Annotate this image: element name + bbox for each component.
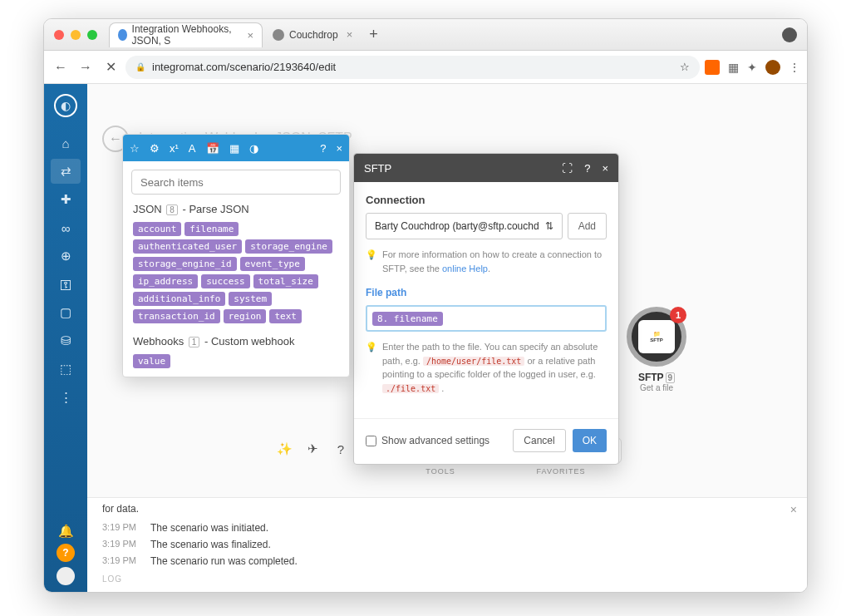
- app-sidebar: ◐ ⌂ ⇄ ✚ ∞ ⊕ ⚿ ▢ ⛁ ⬚ ⋮ 🔔 ?: [44, 84, 87, 592]
- help-icon[interactable]: ?: [584, 162, 590, 175]
- variable-pill[interactable]: authenticated_user: [133, 239, 242, 254]
- scenario-canvas[interactable]: ← Integration Webhooks, JSON, SFTP 📁SFTP…: [87, 84, 807, 592]
- tab-title: Couchdrop: [289, 29, 338, 41]
- close-icon[interactable]: ×: [336, 142, 342, 155]
- extension-icon[interactable]: ▦: [728, 61, 739, 74]
- stop-button[interactable]: ✕: [101, 57, 121, 77]
- cancel-button[interactable]: Cancel: [513, 429, 565, 452]
- help-icon[interactable]: ?: [320, 142, 326, 155]
- variable-pill[interactable]: transaction_id: [133, 309, 220, 323]
- search-input[interactable]: [131, 170, 341, 195]
- sidebar-share-icon[interactable]: ⇄: [51, 159, 81, 184]
- sidebar-link-icon[interactable]: ∞: [51, 215, 81, 240]
- connection-dropdown[interactable]: Barty Couchdrop (barty@sftp.couchd ⇅: [366, 213, 563, 239]
- notifications-icon[interactable]: 🔔: [58, 524, 74, 539]
- magic-icon[interactable]: ✨: [273, 437, 296, 461]
- user-avatar-icon[interactable]: [57, 567, 75, 585]
- new-tab-button[interactable]: +: [362, 26, 385, 43]
- lightbulb-icon: 💡: [366, 248, 377, 275]
- text-icon[interactable]: A: [189, 142, 196, 155]
- log-header-tail: for data.: [87, 498, 807, 520]
- popup-header: SFTP ⛶ ? ×: [354, 154, 618, 182]
- variable-pill[interactable]: ip_address: [133, 274, 198, 288]
- browser-toolbar: ← → ✕ 🔒 integromat.com/scenario/2193640/…: [44, 51, 807, 84]
- file-path-input[interactable]: 8. filename: [366, 305, 607, 332]
- expand-icon[interactable]: ⛶: [562, 162, 573, 175]
- address-bar[interactable]: 🔒 integromat.com/scenario/2193640/edit ☆: [125, 56, 700, 79]
- menu-button[interactable]: ⋮: [789, 61, 800, 74]
- log-close-button[interactable]: ×: [790, 503, 797, 516]
- help-icon[interactable]: ?: [57, 544, 75, 562]
- maximize-window-button[interactable]: [87, 30, 97, 40]
- help-icon[interactable]: ?: [329, 437, 352, 461]
- mac-titlebar: Integration Webhooks, JSON, S × Couchdro…: [44, 19, 807, 51]
- variable-pill[interactable]: filename: [184, 222, 239, 236]
- back-button[interactable]: ←: [51, 57, 71, 77]
- connection-hint: 💡 For more information on how to create …: [366, 248, 607, 275]
- math-icon[interactable]: x¹: [170, 142, 179, 155]
- advanced-checkbox[interactable]: [366, 436, 376, 446]
- variable-pill[interactable]: region: [224, 309, 267, 323]
- tab-close-icon[interactable]: ×: [247, 29, 253, 42]
- variable-pill[interactable]: additional_info: [133, 292, 225, 306]
- file-path-token[interactable]: 8. filename: [372, 312, 443, 326]
- log-row: 3:19 PMThe scenario was finalized.: [87, 536, 807, 553]
- calendar-icon[interactable]: 📅: [206, 142, 219, 155]
- log-row: 3:19 PMThe scenario run was completed.: [87, 553, 807, 569]
- advanced-settings-toggle[interactable]: Show advanced settings: [366, 435, 489, 446]
- sidebar-puzzle-icon[interactable]: ✚: [51, 187, 81, 212]
- traffic-lights[interactable]: [54, 30, 97, 40]
- tab-close-icon[interactable]: ×: [347, 28, 353, 41]
- log-row: 3:19 PMThe scenario was initiated.: [87, 520, 807, 536]
- sidebar-more-icon[interactable]: ⋮: [51, 385, 81, 410]
- variable-pill[interactable]: storage_engine_id: [133, 257, 237, 271]
- minimize-window-button[interactable]: [71, 30, 81, 40]
- forward-button[interactable]: →: [76, 57, 96, 77]
- variable-pill[interactable]: value: [133, 354, 170, 368]
- online-help-link[interactable]: online Help: [442, 264, 488, 274]
- star-icon[interactable]: ☆: [130, 142, 140, 155]
- extensions-button[interactable]: ✦: [747, 61, 757, 74]
- items-picker-panel: ☆ ⚙ x¹ A 📅 ▦ ◑ ? × JSON 8: [122, 134, 350, 377]
- browser-tab[interactable]: Couchdrop ×: [264, 22, 361, 47]
- sftp-node[interactable]: 📁SFTP 1 SFTP9 Get a file: [616, 307, 697, 392]
- log-footer: LOG: [87, 569, 807, 592]
- variable-pill[interactable]: event_type: [240, 257, 305, 271]
- extension-icon[interactable]: [705, 60, 720, 75]
- variable-pill[interactable]: storage_engine: [245, 239, 332, 254]
- close-icon[interactable]: ×: [602, 162, 608, 175]
- node-icon[interactable]: 📁SFTP 1: [627, 307, 686, 367]
- section-header: JSON 8 - Parse JSON: [133, 203, 339, 215]
- items-tabs: ☆ ⚙ x¹ A 📅 ▦ ◑ ? ×: [123, 135, 349, 161]
- profile-avatar-icon[interactable]: [765, 60, 780, 75]
- lock-icon: 🔒: [135, 62, 145, 71]
- close-window-button[interactable]: [54, 30, 64, 40]
- sidebar-key-icon[interactable]: ⚿: [51, 272, 81, 297]
- browser-tab-active[interactable]: Integration Webhooks, JSON, S ×: [109, 22, 263, 47]
- table-icon[interactable]: ▦: [229, 142, 239, 155]
- sidebar-cube-icon[interactable]: ⬚: [51, 357, 81, 382]
- variable-pill[interactable]: success: [201, 274, 249, 288]
- sidebar-globe-icon[interactable]: ⊕: [51, 244, 81, 269]
- profile-chip-icon[interactable]: [782, 27, 797, 42]
- star-icon[interactable]: ☆: [680, 61, 690, 73]
- gear-icon[interactable]: ⚙: [150, 142, 160, 155]
- tools-label: TOOLS: [426, 467, 455, 476]
- variable-pill[interactable]: system: [229, 292, 272, 306]
- app-logo-icon[interactable]: ◐: [54, 94, 77, 117]
- sidebar-device-icon[interactable]: ▢: [51, 300, 81, 325]
- add-connection-button[interactable]: Add: [568, 213, 607, 239]
- plane-icon[interactable]: ✈: [301, 437, 324, 461]
- favorites-label: FAVORITES: [537, 467, 586, 476]
- sidebar-data-icon[interactable]: ⛁: [51, 328, 81, 353]
- node-label: SFTP9: [616, 372, 697, 383]
- log-panel: × for data. 3:19 PMThe scenario was init…: [87, 497, 807, 592]
- ok-button[interactable]: OK: [573, 429, 607, 452]
- folder-icon: 📁SFTP: [638, 320, 675, 353]
- variable-pill[interactable]: text: [269, 309, 302, 323]
- misc-icon[interactable]: ◑: [249, 142, 258, 155]
- sidebar-home-icon[interactable]: ⌂: [51, 131, 81, 155]
- variable-pill[interactable]: total_size: [253, 274, 318, 288]
- variable-pill[interactable]: account: [133, 222, 181, 236]
- app-body: ◐ ⌂ ⇄ ✚ ∞ ⊕ ⚿ ▢ ⛁ ⬚ ⋮ 🔔 ? ← Integration …: [44, 84, 807, 592]
